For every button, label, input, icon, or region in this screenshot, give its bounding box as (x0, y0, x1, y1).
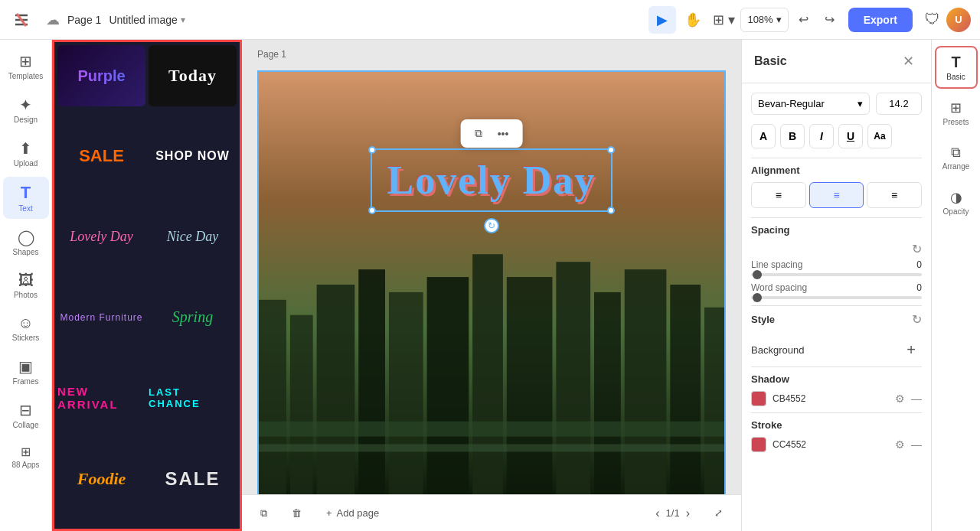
sidebar-item-shapes[interactable]: ◯ Shapes (3, 222, 49, 262)
templates-panel: Purple Today SALE SHOP NOW Lovely Day Ni… (52, 40, 242, 531)
format-italic-button[interactable]: I (809, 124, 834, 148)
next-page-button[interactable]: › (686, 507, 690, 520)
spacing-label: Spacing (751, 224, 922, 236)
background-add-button[interactable]: + (900, 339, 922, 360)
svg-rect-2 (259, 300, 286, 497)
word-spacing-slider[interactable] (751, 296, 922, 299)
handle-top-right[interactable] (607, 146, 615, 154)
svg-rect-9 (507, 277, 553, 497)
template-lovely-day[interactable]: Lovely Day (57, 207, 145, 268)
apps-icon: ⊞ (21, 445, 31, 459)
template-modern-furniture-text: Modern Furniture (60, 312, 142, 323)
more-options-button[interactable]: ••• (492, 125, 515, 143)
background-label: Background (751, 344, 804, 356)
spacing-reset-button[interactable]: ↻ (912, 242, 922, 256)
template-sale1[interactable]: SALE (57, 125, 145, 187)
template-purple[interactable]: Purple (57, 45, 145, 106)
stroke-adjust-button[interactable]: ⚙ (895, 438, 905, 451)
template-nice-day[interactable]: Nice Day (149, 207, 237, 268)
handle-bottom-right[interactable] (607, 207, 615, 214)
alignment-label: Alignment (751, 165, 922, 176)
text-element-container[interactable]: Lovely Day ↻ (320, 148, 663, 212)
template-today[interactable]: Today (149, 45, 237, 106)
handle-bottom-left[interactable] (368, 207, 376, 214)
shield-icon[interactable]: 🛡 (925, 11, 940, 28)
canvas-page[interactable]: ⧉ ••• Lovely Day ↻ (257, 70, 726, 499)
font-size-input[interactable] (876, 93, 922, 115)
presets-tab-icon: ⊞ (950, 99, 962, 116)
tab-basic[interactable]: T Basic (935, 46, 978, 89)
sidebar-item-text[interactable]: T Text (3, 177, 49, 219)
sidebar-icons: ⊞ Templates ✦ Design ⬆ Upload T Text ◯ S… (0, 40, 52, 531)
rotate-handle[interactable]: ↻ (484, 218, 499, 233)
zoom-control[interactable]: 108% ▾ (740, 8, 788, 32)
style-refresh-button[interactable]: ↻ (912, 312, 922, 327)
sidebar-item-stickers[interactable]: ☺ Stickers (3, 308, 49, 348)
cursor-tool-button[interactable]: ▶ (648, 6, 676, 34)
undo-button[interactable]: ↩ (792, 8, 816, 32)
align-right-button[interactable]: ≡ (867, 182, 922, 208)
line-spacing-slider[interactable] (751, 273, 922, 276)
text-selection-box[interactable]: Lovely Day ↻ (371, 148, 613, 212)
handle-top-left[interactable] (368, 146, 376, 154)
stroke-color-swatch[interactable] (751, 437, 766, 452)
design-label: Design (14, 116, 38, 124)
template-last-chance[interactable]: LAST CHANCE (149, 367, 237, 428)
template-sale2[interactable]: SALE (149, 448, 237, 510)
avatar[interactable]: U (946, 8, 971, 32)
shadow-color-swatch[interactable] (751, 391, 766, 406)
format-underline-button[interactable]: U (838, 124, 863, 148)
shadow-section: Shadow CB4552 ⚙ — (751, 367, 922, 413)
word-spacing-label: Word spacing (751, 282, 807, 293)
export-button[interactable]: Export (848, 8, 913, 32)
hand-tool-button[interactable]: ✋ (679, 6, 707, 34)
stroke-section: Stroke CC4552 ⚙ — (751, 413, 922, 458)
template-shop-now[interactable]: SHOP NOW (149, 125, 237, 187)
template-new-arrival[interactable]: NEW ARRIVAL (57, 367, 145, 428)
format-case-button[interactable]: Aa (867, 124, 892, 148)
align-center-button[interactable]: ≡ (809, 182, 864, 208)
sidebar-item-collage[interactable]: ⊟ Collage (3, 395, 49, 435)
prev-page-button[interactable]: ‹ (655, 507, 659, 520)
fullscreen-button[interactable]: ⤢ (708, 503, 729, 523)
template-foodie[interactable]: Foodie (57, 448, 145, 510)
template-shop-now-text: SHOP NOW (155, 149, 230, 163)
stroke-remove-button[interactable]: — (911, 438, 922, 451)
shadow-remove-button[interactable]: — (911, 393, 922, 405)
logo-button[interactable] (9, 8, 34, 32)
zoom-chevron-icon: ▾ (776, 14, 782, 25)
add-page-button[interactable]: + Add page (320, 503, 385, 523)
arrange-tab-label: Arrange (942, 162, 970, 171)
duplicate-page-button[interactable]: ⧉ (254, 503, 273, 524)
delete-page-button[interactable]: 🗑 (286, 503, 308, 523)
copy-button[interactable]: ⧉ (469, 124, 488, 143)
panel-close-button[interactable]: ✕ (897, 50, 919, 72)
format-bold-button[interactable]: B (780, 124, 805, 148)
redo-button[interactable]: ↪ (818, 8, 842, 32)
sidebar-item-templates[interactable]: ⊞ Templates (3, 46, 49, 86)
template-spring[interactable]: Spring (149, 287, 237, 348)
sidebar-item-design[interactable]: ✦ Design (3, 90, 49, 130)
template-modern-furniture[interactable]: Modern Furniture (57, 287, 145, 348)
text-icon: T (21, 183, 31, 203)
svg-rect-10 (556, 262, 590, 497)
main-area: ⊞ Templates ✦ Design ⬆ Upload T Text ◯ S… (0, 40, 980, 531)
tab-opacity[interactable]: ◑ Opacity (935, 181, 978, 223)
align-left-button[interactable]: ≡ (751, 182, 806, 208)
tab-arrange[interactable]: ⧉ Arrange (935, 137, 978, 178)
format-A-button[interactable]: A (751, 124, 776, 148)
tab-presets[interactable]: ⊞ Presets (935, 92, 978, 134)
line-spacing-row: Line spacing 0 (751, 259, 922, 270)
sidebar-item-apps[interactable]: ⊞ 88 Apps (3, 438, 49, 475)
templates-label: Templates (8, 72, 44, 80)
sidebar-item-frames[interactable]: ▣ Frames (3, 351, 49, 392)
title-button[interactable]: Page 1 (63, 6, 106, 34)
sidebar-item-photos[interactable]: 🖼 Photos (3, 266, 49, 305)
layout-tool-button[interactable]: ⊞ ▾ (710, 6, 737, 34)
canvas-text-element[interactable]: Lovely Day (387, 158, 596, 202)
line-spacing-thumb[interactable] (753, 270, 762, 279)
font-family-select[interactable]: Bevan-Regular ▾ (751, 93, 870, 115)
sidebar-item-upload[interactable]: ⬆ Upload (3, 133, 49, 174)
shadow-adjust-button[interactable]: ⚙ (895, 393, 905, 405)
word-spacing-thumb[interactable] (753, 293, 762, 302)
